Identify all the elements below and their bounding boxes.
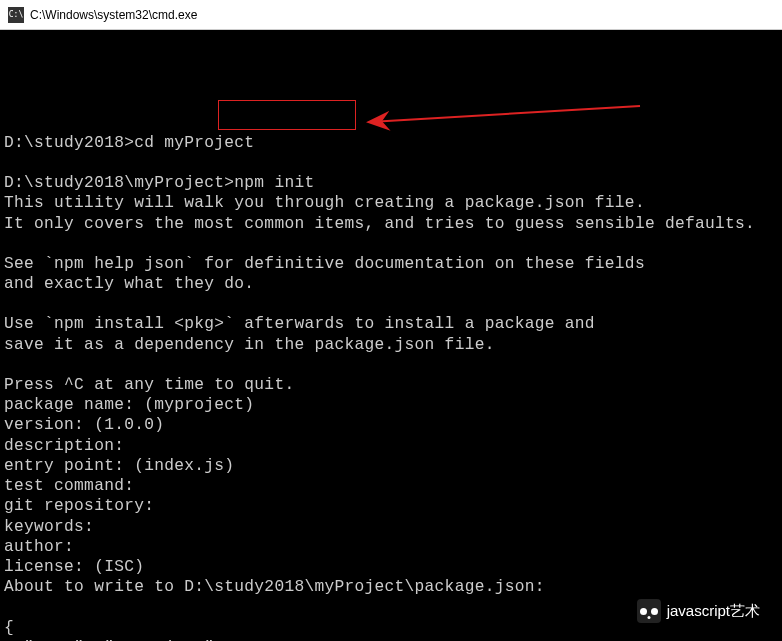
terminal-line: This utility will walk you through creat… <box>4 193 778 213</box>
terminal-line: package name: (myproject) <box>4 395 778 415</box>
cmd-icon: C:\ <box>8 7 24 23</box>
terminal-line: version: (1.0.0) <box>4 415 778 435</box>
watermark: javascript艺术 <box>637 599 760 623</box>
terminal-line <box>4 355 778 375</box>
terminal-line: About to write to D:\study2018\myProject… <box>4 577 778 597</box>
terminal-line <box>4 234 778 254</box>
terminal-line: test command: <box>4 476 778 496</box>
window-titlebar[interactable]: C:\ C:\Windows\system32\cmd.exe <box>0 0 782 30</box>
terminal-line <box>4 294 778 314</box>
terminal-line <box>4 153 778 173</box>
window-title: C:\Windows\system32\cmd.exe <box>30 8 197 22</box>
wechat-icon <box>637 599 661 623</box>
terminal-line <box>4 93 778 113</box>
terminal-line: Use `npm install <pkg>` afterwards to in… <box>4 314 778 334</box>
terminal-line: description: <box>4 436 778 456</box>
terminal-line: and exactly what they do. <box>4 274 778 294</box>
terminal-line: Press ^C at any time to quit. <box>4 375 778 395</box>
cmd-icon-label: C:\ <box>9 10 23 19</box>
terminal-line: entry point: (index.js) <box>4 456 778 476</box>
terminal-line <box>4 113 778 133</box>
terminal-line: See `npm help json` for definitive docum… <box>4 254 778 274</box>
terminal-line: It only covers the most common items, an… <box>4 214 778 234</box>
terminal-line: save it as a dependency in the package.j… <box>4 335 778 355</box>
terminal-line: author: <box>4 537 778 557</box>
watermark-text: javascript艺术 <box>667 602 760 621</box>
terminal-line: D:\study2018\myProject>npm init <box>4 173 778 193</box>
terminal-line: git repository: <box>4 496 778 516</box>
terminal-line: license: (ISC) <box>4 557 778 577</box>
terminal-line: D:\study2018>cd myProject <box>4 133 778 153</box>
terminal-line: keywords: <box>4 517 778 537</box>
terminal-output[interactable]: D:\study2018>cd myProjectD:\study2018\my… <box>0 30 782 641</box>
